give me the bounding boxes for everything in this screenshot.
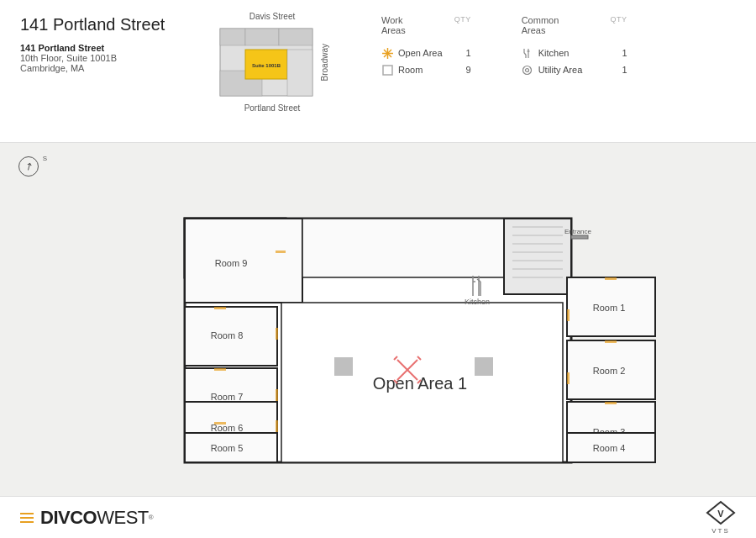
- svg-text:Room 5: Room 5: [211, 443, 244, 453]
- utility-area-label: Utility Area: [538, 65, 606, 75]
- svg-rect-1: [220, 29, 245, 45]
- open-area-icon: [381, 47, 393, 59]
- svg-text:Suite 1001B: Suite 1001B: [251, 63, 281, 68]
- work-areas-group: Work Areas QTY Open Area 1: [381, 15, 471, 81]
- svg-rect-53: [276, 389, 278, 401]
- svg-rect-3: [279, 29, 312, 45]
- building-title: 141 Portland Street: [20, 15, 188, 34]
- svg-line-14: [524, 53, 526, 55]
- main-floorplan-area: ↗ S Room 9 Entrance: [0, 143, 756, 496]
- svg-rect-68: [475, 357, 493, 376]
- floor-map-container: Davis Street Suite 1001B Broadway Portla…: [188, 12, 356, 113]
- work-areas-title: Work Areas: [381, 15, 421, 35]
- svg-rect-78: [214, 307, 226, 309]
- logo-registered-symbol: ®: [149, 514, 154, 521]
- svg-text:Room 8: Room 8: [211, 330, 244, 340]
- svg-text:Room 9: Room 9: [215, 258, 248, 268]
- street-label-right: Broadway: [320, 44, 329, 81]
- footer: DIVCOWEST® V VTS: [0, 496, 756, 538]
- svg-rect-79: [214, 368, 226, 371]
- open-area-label: Open Area: [398, 48, 449, 58]
- work-area-room: Room 9: [381, 64, 471, 76]
- vts-logo: V VTS: [706, 500, 736, 535]
- svg-rect-76: [605, 340, 617, 343]
- svg-rect-39: [567, 309, 570, 321]
- mini-floorplan: Suite 1001B: [216, 24, 317, 100]
- logo-line-2: [20, 517, 34, 519]
- utility-area-qty: 1: [611, 65, 627, 75]
- logo-line-1: [20, 513, 34, 514]
- building-address-line2: Cambridge, MA: [20, 63, 188, 73]
- floorplan-svg: Room 9 Entrance Room 1 Room 2 Room 3: [84, 185, 672, 488]
- room-label: Room: [398, 65, 449, 75]
- svg-rect-36: [571, 235, 588, 239]
- svg-text:Room 4: Room 4: [593, 443, 626, 453]
- kitchen-qty: 1: [611, 48, 627, 58]
- svg-text:Open Area 1: Open Area 1: [373, 374, 467, 393]
- svg-rect-42: [567, 372, 570, 384]
- building-address-bold: 141 Portland Street: [20, 43, 188, 53]
- logo-lines-icon: [20, 513, 34, 523]
- header: 141 Portland Street 141 Portland Street …: [0, 0, 756, 143]
- common-areas-group: Common Areas QTY Kitchen 1: [522, 15, 627, 81]
- svg-rect-67: [334, 357, 353, 376]
- common-area-kitchen: Kitchen 1: [522, 47, 627, 59]
- svg-rect-50: [276, 328, 278, 340]
- svg-point-19: [526, 68, 529, 71]
- room-qty: 9: [454, 65, 471, 75]
- svg-text:Room 2: Room 2: [593, 366, 626, 376]
- building-info: 141 Portland Street 141 Portland Street …: [20, 15, 188, 73]
- logo-west-text: WEST: [97, 507, 149, 529]
- svg-rect-56: [276, 420, 278, 432]
- utility-icon: [522, 64, 533, 76]
- street-label-bottom: Portland Street: [244, 103, 301, 113]
- svg-rect-25: [276, 251, 286, 253]
- compass: ↗ S: [18, 156, 42, 180]
- logo-divco-text: DIVCO: [40, 507, 97, 529]
- svg-rect-80: [214, 422, 226, 425]
- common-areas-title: Common Areas: [522, 15, 577, 35]
- vts-label: VTS: [711, 527, 730, 535]
- svg-text:Room 1: Room 1: [593, 303, 626, 313]
- svg-text:Room 7: Room 7: [211, 392, 244, 402]
- work-area-open-area: Open Area 1: [381, 47, 471, 59]
- common-areas-qty-header: QTY: [602, 15, 627, 42]
- compass-label: S: [43, 155, 47, 162]
- building-address-line1: 10th Floor, Suite 1001B: [20, 53, 188, 63]
- logo-line-3: [20, 521, 34, 523]
- street-label-top: Davis Street: [249, 12, 295, 21]
- common-area-utility: Utility Area 1: [522, 64, 627, 76]
- work-areas-qty-header: QTY: [446, 15, 471, 42]
- compass-arrow: ↗: [22, 159, 35, 173]
- vts-icon: V: [706, 500, 736, 525]
- svg-rect-77: [605, 402, 617, 404]
- areas-section: Work Areas QTY Open Area 1: [356, 15, 736, 81]
- svg-text:V: V: [717, 509, 724, 519]
- open-area-qty: 1: [454, 48, 471, 58]
- divcowest-logo: DIVCOWEST®: [20, 507, 154, 529]
- kitchen-icon: [522, 47, 533, 59]
- svg-point-18: [523, 66, 532, 74]
- svg-rect-12: [383, 66, 392, 75]
- kitchen-label: Kitchen: [538, 48, 606, 58]
- svg-rect-27: [504, 219, 571, 294]
- room-icon: [381, 64, 393, 76]
- svg-rect-2: [245, 29, 279, 45]
- svg-rect-7: [287, 50, 312, 96]
- svg-text:Kitchen: Kitchen: [465, 298, 490, 306]
- svg-text:Entrance: Entrance: [564, 228, 592, 235]
- svg-rect-75: [605, 277, 617, 280]
